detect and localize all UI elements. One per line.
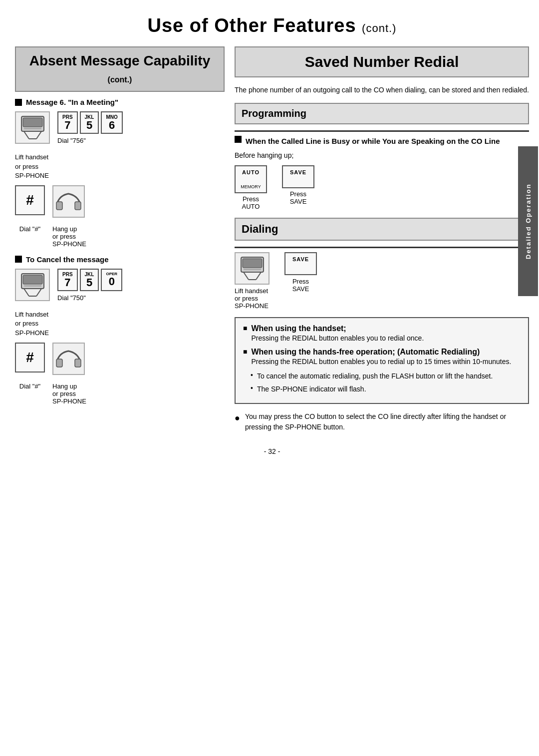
save-btn-group: SAVE Press SAVE [282, 165, 314, 210]
cancel-label: To Cancel the message [26, 255, 109, 264]
hangup-icon-2 [52, 343, 85, 375]
hangup-svg-1 [55, 188, 82, 215]
svg-rect-7 [75, 202, 81, 210]
message6-hash-label: Dial "#" [15, 225, 45, 248]
message6-dial-label: Dial "756" [57, 136, 225, 145]
handset-icon-2 [15, 269, 50, 301]
save-button-prog: SAVE [282, 165, 314, 188]
bottom-note-text: You may press the CO button to select th… [245, 411, 529, 432]
handset-svg-1 [19, 114, 46, 141]
svg-rect-1 [23, 118, 42, 127]
message6-label: Message 6. "In a Meeting" [26, 98, 118, 106]
cancel-step1-right: PRS 7 JKL 5 OPER 0 Dial "750" [57, 269, 225, 303]
before-text: Before hanging up; [235, 151, 529, 159]
cancel-lift-label: Lift handset or press SP-PHONE [15, 310, 225, 338]
svg-line-4 [36, 131, 41, 139]
page-title-cont: (cont.) [362, 22, 396, 34]
handsfree-note-text: When using the hands-free operation; (Au… [251, 348, 511, 367]
message6-header: Message 6. "In a Meeting" [15, 98, 225, 106]
programming-header: Programming [242, 108, 522, 119]
svg-line-20 [256, 272, 261, 280]
saved-number-title: Saved Number Redial [242, 53, 522, 70]
handset-icon-3 [235, 252, 270, 285]
when-text: When the Called Line is Busy or while Yo… [246, 136, 500, 146]
black-square-icon-2 [15, 256, 22, 263]
cancel-hash-label: Dial "#" [15, 382, 45, 405]
bottom-note: ● You may press the CO button to select … [235, 411, 529, 432]
svg-rect-18 [244, 269, 261, 270]
keypad-756: PRS 7 JKL 5 MNO 6 [57, 111, 225, 134]
page-container: Use of Other Features (cont.) Absent Mes… [0, 0, 539, 756]
message6-step1-right: PRS 7 JKL 5 MNO 6 Dial "756" [57, 111, 225, 145]
handset-svg-3 [239, 255, 266, 282]
svg-rect-10 [24, 285, 41, 287]
svg-line-12 [36, 289, 41, 296]
auto-memory-btn-group: AUTO MEMORY Press AUTO [235, 165, 267, 210]
svg-rect-17 [243, 259, 262, 268]
black-square-icon-3 [235, 136, 242, 143]
key-7: PRS 7 [57, 111, 78, 134]
hash-button-1: # [15, 185, 45, 215]
svg-rect-6 [56, 202, 62, 210]
dialing-icons-row: Lift handset or press SP-PHONE SAVE Pres… [235, 252, 529, 310]
absent-message-title: Absent Message Capability (cont.) [21, 52, 219, 86]
dialing-lift-label: Lift handset or press SP-PHONE [235, 287, 269, 310]
handset-note: ■ When using the handset; Pressing the R… [243, 324, 521, 344]
sidebar-tab: Detailed Operation [518, 146, 538, 296]
handsfree-note-body: Pressing the REDIAL button enables you t… [251, 358, 511, 366]
hangup-svg-2 [55, 345, 82, 373]
dialing-header: Dialing [242, 223, 522, 236]
cancel-step1: PRS 7 JKL 5 OPER 0 Dial "750" [15, 269, 225, 303]
subnote1-text: To cancel the automatic redialing, push … [257, 371, 493, 381]
page-title-area: Use of Other Features (cont.) [15, 15, 529, 36]
dialing-save-group: SAVE Press SAVE [284, 252, 317, 293]
dialing-save-press-label: Press SAVE [292, 278, 309, 293]
handsfree-note-header: When using the hands-free operation; (Au… [251, 348, 480, 356]
page-title-text: Use of Other Features [148, 15, 356, 36]
cancel-step2: # [15, 343, 225, 375]
when-header: When the Called Line is Busy or while Yo… [235, 136, 529, 146]
key-5b: JKL 5 [80, 269, 99, 291]
key-5: JKL 5 [80, 111, 99, 134]
message6-lift-label: Lift handset or press SP-PHONE [15, 153, 225, 180]
message6-hangup-label: Hang up or press SP-PHONE [52, 225, 86, 248]
svg-line-19 [244, 272, 249, 280]
two-col-layout: Absent Message Capability (cont.) Messag… [15, 46, 529, 432]
left-column: Absent Message Capability (cont.) Messag… [15, 46, 225, 432]
auto-memory-button: AUTO MEMORY [235, 165, 267, 193]
message6-step2-labels: Dial "#" Hang up or press SP-PHONE [15, 225, 225, 248]
dialing-handset-group: Lift handset or press SP-PHONE [235, 252, 270, 310]
auto-press-label: Press AUTO [242, 195, 260, 210]
svg-line-3 [24, 131, 29, 139]
handset-note-body: Pressing the REDIAL button enables you t… [251, 334, 424, 342]
svg-rect-9 [23, 275, 42, 284]
handset-note-header: When using the handset; [251, 324, 346, 333]
black-square-icon [15, 99, 22, 106]
cancel-hangup-label: Hang up or press SP-PHONE [52, 382, 86, 405]
cancel-header: To Cancel the message [15, 255, 225, 264]
divider-1 [235, 130, 529, 132]
keypad-750: PRS 7 JKL 5 OPER 0 [57, 269, 225, 291]
svg-rect-15 [75, 359, 81, 367]
hash-button-2: # [15, 343, 45, 373]
save-press-label: Press SAVE [290, 190, 307, 205]
programming-box: Programming [235, 103, 529, 124]
svg-rect-2 [24, 128, 41, 129]
dialing-box: Dialing [235, 218, 529, 241]
subnote-1: • To cancel the automatic redialing, pus… [251, 371, 521, 381]
handset-svg-2 [19, 271, 46, 299]
key-0: OPER 0 [101, 269, 122, 291]
svg-rect-14 [56, 359, 62, 367]
handsfree-note: ■ When using the hands-free operation; (… [243, 348, 521, 367]
page-title: Use of Other Features (cont.) [148, 15, 397, 36]
saved-number-desc: The phone number of an outgoing call to … [235, 85, 529, 95]
message6-step2: # [15, 185, 225, 218]
right-column: Saved Number Redial The phone number of … [235, 46, 529, 432]
cancel-dial-label: Dial "750" [57, 294, 225, 303]
subnote-2: • The SP-PHONE indicator will flash. [251, 384, 521, 394]
handset-note-text: When using the handset; Pressing the RED… [251, 324, 424, 344]
handset-icon-1 [15, 111, 50, 144]
saved-number-title-box: Saved Number Redial [235, 46, 529, 77]
hangup-icon-1 [52, 185, 85, 218]
cancel-step2-labels: Dial "#" Hang up or press SP-PHONE [15, 382, 225, 405]
